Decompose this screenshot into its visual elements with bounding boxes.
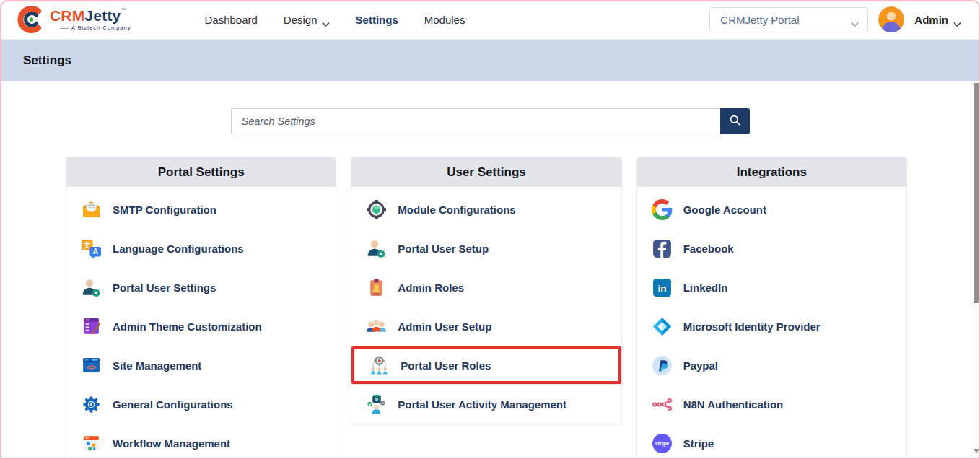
settings-item-label: SMTP Configuration — [113, 204, 216, 216]
settings-item-facebook[interactable]: Facebook — [637, 229, 906, 268]
settings-item-label: Facebook — [683, 242, 734, 255]
paypal-icon — [652, 355, 673, 376]
settings-item-label: Google Account — [683, 204, 766, 216]
user-activity-icon — [366, 394, 387, 415]
column-header-integrations: Integrations — [637, 157, 906, 187]
settings-item-portal-user-settings[interactable]: Portal User Settings — [66, 268, 336, 307]
card-portal-settings: Portal Settings SMTP Configuration文ALang… — [66, 157, 336, 459]
settings-item-label: Admin Theme Customization — [113, 320, 262, 333]
user-gear-icon — [366, 238, 387, 259]
column-header-user-settings: User Settings — [351, 157, 621, 187]
settings-item-portal-user-activity-management[interactable]: Portal User Activity Management — [351, 385, 621, 424]
role-hierarchy-icon — [369, 355, 390, 376]
settings-item-admin-user-setup[interactable]: Admin User Setup — [351, 307, 621, 346]
settings-item-label: Admin Roles — [398, 281, 464, 294]
settings-item-label: Admin User Setup — [398, 320, 491, 333]
scrollbar-thumb[interactable] — [974, 83, 979, 303]
settings-item-n8n-authentication[interactable]: N8N Authentication — [637, 385, 906, 424]
settings-item-label: N8N Authentication — [683, 398, 784, 411]
settings-item-label: General Configurations — [113, 398, 233, 411]
user-avatar-icon[interactable] — [878, 6, 904, 32]
settings-item-label: Microsoft Identity Provider — [683, 320, 821, 333]
main-nav: Dashboard Design Settings Modules — [204, 14, 465, 26]
header-right-cluster: CRMJetty Portal Admin — [709, 6, 961, 32]
microsoft-icon — [652, 316, 673, 337]
settings-item-admin-roles[interactable]: Admin Roles — [351, 268, 621, 307]
page-scrollbar[interactable] — [972, 81, 980, 459]
nav-item-settings[interactable]: Settings — [356, 14, 398, 26]
settings-columns: Portal Settings SMTP Configuration文ALang… — [66, 157, 907, 459]
settings-page-banner: Settings — [0, 40, 980, 81]
svg-text:stripe: stripe — [655, 440, 669, 447]
user-gear-icon — [81, 277, 102, 298]
svg-text:in: in — [657, 283, 666, 294]
facebook-icon — [652, 238, 673, 259]
smtp-icon — [81, 199, 102, 220]
site-code-icon: </> — [81, 355, 102, 376]
settings-item-general-configurations[interactable]: General Configurations — [66, 385, 336, 424]
brand-tagline: A Biztech Company — [50, 25, 131, 31]
settings-item-admin-theme-customization[interactable]: Admin Theme Customization — [66, 307, 336, 346]
trademark-symbol: ™ — [121, 7, 126, 14]
portal-select-value: CRMJetty Portal — [720, 14, 799, 26]
svg-text:A: A — [92, 248, 98, 255]
card-user-settings: User Settings Module ConfigurationsPorta… — [351, 157, 621, 424]
top-header: CRMJetty™ A Biztech Company Dashboard De… — [0, 0, 980, 40]
settings-item-language-configurations[interactable]: 文ALanguage Configurations — [66, 229, 336, 268]
settings-item-workflow-management[interactable]: Workflow Management — [66, 424, 336, 459]
settings-item-portal-user-roles[interactable]: Portal User Roles — [351, 346, 621, 384]
google-icon — [652, 199, 673, 220]
settings-item-linkedin[interactable]: inLinkedIn — [637, 268, 906, 307]
gear-icon — [81, 394, 102, 415]
settings-item-label: LinkedIn — [683, 281, 728, 294]
settings-item-label: Portal User Roles — [401, 359, 491, 372]
search-input[interactable] — [231, 108, 720, 134]
settings-item-label: Language Configurations — [113, 242, 244, 255]
nav-item-modules[interactable]: Modules — [424, 14, 465, 26]
page-title: Settings — [23, 53, 71, 68]
search-icon — [728, 113, 742, 129]
language-icon: 文A — [81, 238, 102, 259]
settings-item-label: Stripe — [683, 437, 714, 450]
user-group-icon — [366, 316, 387, 337]
admin-user-menu[interactable]: Admin — [914, 14, 961, 26]
column-header-portal-settings: Portal Settings — [66, 157, 336, 187]
settings-item-label: Portal User Settings — [113, 281, 216, 294]
settings-item-label: Paypal — [683, 359, 718, 372]
theme-icon — [81, 316, 102, 337]
chevron-down-icon — [322, 17, 330, 22]
chevron-down-icon — [953, 17, 961, 22]
brand-name: CRMJetty™ — [50, 7, 127, 24]
settings-item-label: Portal User Activity Management — [398, 398, 566, 411]
settings-item-stripe[interactable]: stripeStripe — [637, 424, 906, 459]
settings-item-microsoft-identity-provider[interactable]: Microsoft Identity Provider — [637, 307, 906, 346]
settings-item-label: Portal User Setup — [398, 242, 489, 255]
chevron-down-icon — [851, 17, 859, 22]
settings-item-google-account[interactable]: Google Account — [637, 190, 906, 229]
settings-search — [231, 108, 750, 134]
settings-item-label: Site Management — [113, 359, 201, 372]
settings-item-site-management[interactable]: </>Site Management — [66, 346, 336, 385]
crmjetty-logo-icon — [16, 5, 45, 34]
settings-item-label: Workflow Management — [113, 437, 230, 450]
portal-select[interactable]: CRMJetty Portal — [709, 7, 868, 32]
nav-item-design[interactable]: Design — [284, 14, 330, 26]
card-integrations: Integrations Google AccountFacebookinLin… — [636, 157, 907, 459]
settings-item-module-configurations[interactable]: Module Configurations — [351, 190, 621, 229]
settings-item-portal-user-setup[interactable]: Portal User Setup — [351, 229, 621, 268]
crmjetty-logo[interactable]: CRMJetty™ A Biztech Company — [16, 5, 131, 34]
settings-item-paypal[interactable]: Paypal — [637, 346, 906, 385]
workflow-icon — [81, 433, 102, 454]
scrollbar-arrow-down-icon[interactable] — [974, 449, 979, 453]
linkedin-icon: in — [652, 277, 673, 298]
n8n-icon — [652, 394, 673, 415]
id-badge-icon — [366, 277, 387, 298]
stripe-icon: stripe — [652, 433, 673, 454]
module-cube-icon — [366, 199, 387, 220]
nav-item-dashboard[interactable]: Dashboard — [204, 14, 257, 26]
svg-text:</>: </> — [87, 364, 97, 371]
settings-item-label: Module Configurations — [398, 204, 515, 216]
search-button[interactable] — [720, 108, 750, 134]
settings-item-smtp-configuration[interactable]: SMTP Configuration — [66, 190, 336, 229]
